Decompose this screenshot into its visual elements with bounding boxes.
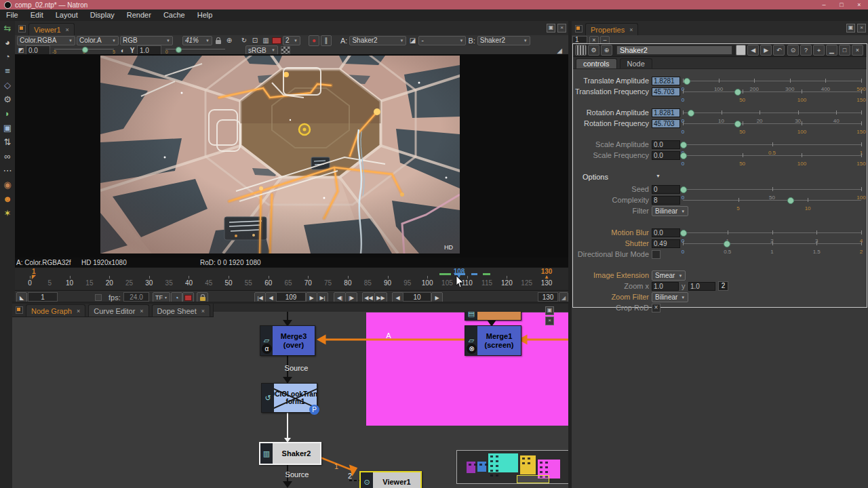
menu-file[interactable]: File	[0, 9, 24, 21]
param-value-field[interactable]: 0.49	[652, 239, 680, 248]
toolbar-filter-icon[interactable]: ⚙	[0, 92, 15, 106]
center-in-nodegraph-icon[interactable]: ⌖	[813, 45, 825, 56]
toolbar-gmic-icon[interactable]: ◉	[0, 178, 15, 192]
tab-node-graph[interactable]: Node Graph×	[26, 304, 85, 317]
slider-handle[interactable]	[734, 121, 741, 127]
max-panels-field[interactable]: 1	[572, 36, 587, 43]
zoom-y-field[interactable]: 1.0	[688, 282, 715, 291]
timeline-ruler[interactable]: 0510152025303540455055606570758085909510…	[15, 267, 568, 291]
node-settings-icon[interactable]	[575, 45, 587, 56]
param-checkbox[interactable]: ×	[652, 304, 660, 312]
param-slider-track[interactable]: 050100	[683, 189, 861, 190]
toolbar-channel-icon[interactable]: ≡	[0, 64, 15, 78]
menu-help[interactable]: Help	[191, 9, 219, 21]
minimize-panel-icon[interactable]: ▁	[826, 45, 837, 56]
toolbar-extra-icon[interactable]: ☻	[0, 192, 15, 206]
menu-display[interactable]: Display	[84, 9, 121, 21]
gamma-slider-handle[interactable]	[176, 47, 182, 53]
gamma-icon[interactable]: Y	[127, 45, 137, 55]
param-dropdown[interactable]: Bilinear▼	[652, 206, 688, 216]
toolbar-time-icon[interactable]: ◔	[0, 49, 15, 64]
tab-close-icon[interactable]: ×	[77, 308, 80, 314]
node-name-field[interactable]: Shaker2	[616, 45, 732, 55]
gamma-field[interactable]: 1.0	[137, 45, 161, 55]
nodegraph-pane[interactable]: ▤▱Merge3(over)α▱Merge1(screen)⊗↺OCIOLook…	[12, 304, 568, 488]
param-value-field[interactable]: 45.703	[652, 119, 680, 128]
pick-sync-icon[interactable]: ◢	[555, 45, 564, 55]
tab-close-icon[interactable]: ×	[629, 26, 633, 33]
node-shaker2[interactable]: ▥Shaker2	[259, 442, 321, 465]
help-icon[interactable]: ?	[800, 45, 812, 56]
node-ocio-look-transform1[interactable]: ↺OCIOLookTransform1P	[261, 383, 317, 413]
param-slider-track[interactable]: 050100150	[683, 92, 861, 92]
node-gear-icon[interactable]: ⚙	[588, 45, 599, 56]
zoom-level-select[interactable]: 41%▼	[182, 36, 212, 45]
node-viewer1[interactable]: ⊙Viewer1	[359, 471, 422, 488]
b-input-select[interactable]: Shaker2▼	[477, 36, 530, 45]
render-enable-icon[interactable]: ●	[309, 35, 319, 46]
tab-close-icon[interactable]: ×	[201, 308, 205, 314]
toolbar-draw-icon[interactable]: ◕	[0, 35, 15, 49]
param-dropdown[interactable]: Smear▼	[652, 270, 686, 281]
slider-handle[interactable]	[787, 197, 794, 204]
tab-viewer1[interactable]: Viewer1 ×	[28, 23, 75, 35]
node-color-swatch[interactable]	[736, 45, 746, 56]
float-panel-icon[interactable]: □	[839, 45, 850, 56]
slider-handle[interactable]	[684, 78, 690, 85]
tab-curve-editor[interactable]: Curve Editor×	[88, 304, 149, 317]
fps-field[interactable]: 24.0	[123, 292, 149, 302]
param-slider-track[interactable]: 010203040	[683, 113, 861, 113]
alpha-layer-select[interactable]: Color.A▼	[77, 36, 119, 45]
clear-panels-button[interactable]: ×	[589, 36, 599, 44]
minimize-button[interactable]: –	[815, 0, 833, 9]
in-marker[interactable]: ◤	[32, 274, 36, 280]
group-collapse-icon[interactable]: ▼	[656, 174, 660, 178]
proxy-scale-select[interactable]: 2▼	[283, 36, 300, 45]
toolbar-keyer-icon[interactable]: ◗	[0, 106, 15, 121]
param-value-field[interactable]: 1.8281	[652, 108, 680, 117]
center-node-icon[interactable]: ⊕	[601, 45, 612, 56]
operator-select[interactable]: -▼	[418, 36, 466, 45]
gain-icon[interactable]: ◩	[16, 45, 26, 55]
param-checkbox[interactable]	[652, 250, 660, 259]
zoom-dimension-button[interactable]: 2	[718, 281, 728, 291]
settings-tab-controls[interactable]: controls	[576, 58, 617, 68]
slider-handle[interactable]	[724, 241, 730, 247]
menu-render[interactable]: Render	[121, 9, 157, 21]
maximize-button[interactable]: □	[833, 0, 850, 9]
refresh-icon[interactable]: ↻	[239, 36, 249, 45]
settings-tab-node[interactable]: Node	[620, 58, 652, 68]
float-pane-icon[interactable]: ▣	[545, 306, 554, 315]
param-slider-track[interactable]: 00.51	[683, 144, 861, 145]
a-input-select[interactable]: Shaker2▼	[349, 36, 406, 45]
close-pane-icon[interactable]: ×	[545, 317, 554, 325]
menu-edit[interactable]: Edit	[24, 9, 50, 21]
param-value-field[interactable]: 0.0	[652, 228, 680, 237]
zoom-lock-icon[interactable]	[214, 36, 223, 45]
toolbar-other-icon[interactable]: ⋯	[0, 163, 15, 178]
roi-icon[interactable]: ⊡	[250, 36, 260, 45]
param-slider-track[interactable]: 0100200300400500	[683, 81, 861, 81]
slider-handle[interactable]	[734, 89, 741, 96]
slider-handle[interactable]	[680, 152, 687, 159]
slider-handle[interactable]	[688, 110, 694, 117]
frame-increment-field[interactable]: 10	[403, 292, 431, 302]
proxy-icon[interactable]: ▥	[261, 36, 271, 45]
pane-menu-icon[interactable]	[18, 25, 26, 33]
tab-properties[interactable]: Properties ×	[585, 23, 638, 35]
slider-handle[interactable]	[680, 142, 687, 148]
param-value-field[interactable]: 45.703	[652, 87, 680, 96]
close-button[interactable]: ×	[850, 0, 868, 9]
slider-handle[interactable]	[680, 230, 687, 237]
gain-field[interactable]: 0.0	[26, 45, 50, 55]
param-value-field[interactable]: 0	[652, 185, 680, 194]
layer-select[interactable]: Color.RGBA▼	[17, 36, 75, 45]
next-node-button[interactable]: ▶	[760, 45, 772, 56]
param-slider-track[interactable]: 01234	[683, 232, 861, 233]
node-merge1[interactable]: ▱Merge1(screen)⊗	[465, 325, 521, 356]
tab-close-icon[interactable]: ×	[140, 308, 143, 314]
toolbar-color-icon[interactable]: ◇	[0, 78, 15, 92]
wipe-icon[interactable]: ◪	[408, 36, 417, 45]
pane-menu-icon[interactable]	[575, 25, 583, 33]
menu-cache[interactable]: Cache	[157, 9, 191, 21]
